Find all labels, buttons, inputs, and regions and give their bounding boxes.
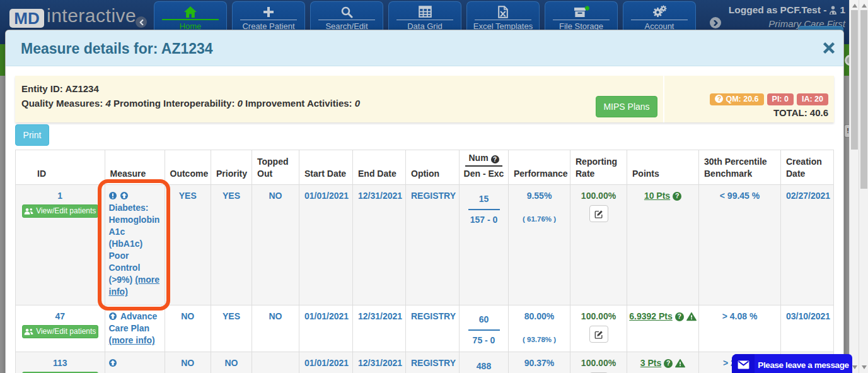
scrollbar-thumb[interactable] (860, 10, 867, 189)
edit-rate-button[interactable] (589, 326, 608, 343)
pi-label: Promoting Interoperability: (113, 98, 235, 109)
close-icon (822, 41, 836, 55)
scroll-down-icon[interactable] (862, 365, 867, 369)
more-info-link[interactable]: (more info) (109, 335, 155, 345)
header-num-den[interactable]: Num ? Den - Exc (460, 150, 509, 185)
modal-scrollbar[interactable] (849, 0, 859, 373)
cell-topped-out (252, 352, 299, 373)
points-link[interactable]: 6.9392 Pts (629, 311, 673, 323)
arrow-circle-up-icon[interactable] (120, 192, 128, 199)
entity-id: Entity ID: AZ1234 (21, 83, 657, 94)
print-button[interactable]: Print (15, 124, 49, 146)
brand-logo[interactable]: MD (9, 9, 44, 28)
close-button[interactable] (822, 41, 836, 55)
edit-rate-button[interactable] (589, 205, 608, 222)
modal-header: Measure details for: AZ1234 (6, 30, 843, 66)
ia-badge[interactable]: IA: 20 (797, 93, 828, 105)
expand-right-button[interactable] (710, 17, 721, 28)
measures-table: ID Measure Outcome Priority Topped Out S… (15, 150, 834, 373)
cell-num-den: 15 157 - 0 (460, 185, 509, 305)
header-performance[interactable]: Performance (509, 150, 570, 185)
scrollbar-thumb[interactable] (851, 10, 858, 150)
cell-points: 3 Pts ? (627, 352, 699, 373)
screen: MD interactive Home Create Patient (0, 0, 868, 373)
table-row: 47 View/Edit patients Advance Care Plan … (16, 305, 834, 352)
measure-details-modal: Measure details for: AZ1234 Entity ID: A… (5, 30, 844, 373)
chat-icon-block (732, 354, 755, 373)
fraction-bar (468, 209, 500, 210)
cell-end-date: 12/31/2021 (353, 352, 406, 373)
points-link[interactable]: 3 Pts (640, 357, 661, 369)
measure-link[interactable]: Diabetes: Hemoglobin A1c (HbA1c) Poor Co… (109, 203, 160, 285)
exclamation-circle-icon[interactable] (109, 192, 117, 199)
cell-id: 1 View/Edit patients (16, 185, 105, 305)
tab-underline (162, 19, 219, 20)
logged-as-text: Logged as PCF.Test - (729, 4, 827, 16)
cell-creation-date: 03/10/2021 (781, 305, 834, 352)
cell-topped-out: NO (252, 305, 299, 352)
denominator: 75 - 0 (468, 335, 500, 346)
header-option[interactable]: Option (406, 150, 460, 185)
cell-id: 47 View/Edit patients (16, 305, 105, 352)
points-link[interactable]: 10 Pts (644, 190, 670, 202)
warning-triangle-icon[interactable] (675, 358, 685, 368)
chevron-left-icon (139, 20, 144, 25)
question-circle-icon: ? (715, 95, 723, 103)
mips-plans-button[interactable]: MIPS Plans (596, 96, 657, 117)
header-id[interactable]: ID (16, 150, 105, 185)
cell-num-den: 488 (460, 352, 509, 373)
performance-value: 90.37% (524, 358, 554, 368)
scroll-up-icon[interactable] (852, 4, 857, 8)
cell-measure: Advance Care Plan (more info) (105, 305, 165, 352)
header-end-date[interactable]: End Date (353, 150, 406, 185)
scroll-up-icon[interactable] (862, 4, 867, 8)
rate-value: 100.00% (581, 191, 616, 201)
scroll-down-icon[interactable] (852, 365, 857, 369)
question-circle-icon[interactable]: ? (664, 359, 673, 368)
home-icon (154, 4, 226, 19)
background-exclaim-fragment: ! (844, 124, 849, 138)
chat-widget[interactable]: Please leave a message (732, 354, 852, 373)
cell-topped-out: NO (252, 185, 299, 305)
header-start-date[interactable]: Start Date (299, 150, 353, 185)
tab-underline (396, 20, 453, 20)
rate-value: 100.00% (581, 311, 616, 321)
modal-body: Entity ID: AZ1234 Quality Measures: 4 Pr… (6, 66, 843, 373)
users-icon (24, 328, 33, 336)
tab-underline (553, 20, 610, 20)
pi-value: 0 (238, 98, 243, 109)
modal-title: Measure details for: AZ1234 (21, 40, 213, 57)
view-edit-patients-button[interactable]: View/Edit patients (22, 325, 98, 338)
header-benchmark[interactable]: 30th Percentile Benchmark (699, 150, 781, 185)
header-measure[interactable]: Measure (105, 150, 165, 185)
chat-label: Please leave a message (755, 360, 852, 370)
header-creation-date[interactable]: Creation Date (781, 150, 834, 185)
cell-outcome: NO (165, 305, 211, 352)
summary-panel: Entity ID: AZ1234 Quality Measures: 4 Pr… (15, 76, 834, 122)
brand-name: interactive (47, 5, 136, 27)
question-circle-icon[interactable]: ? (675, 312, 684, 321)
pi-badge[interactable]: PI: 0 (767, 93, 794, 105)
window-scrollbar[interactable] (859, 0, 868, 373)
plus-icon (233, 4, 304, 19)
cell-start-date: 01/01/2021 (299, 185, 353, 305)
collapse-left-button[interactable] (136, 16, 147, 28)
qm-label: Quality Measures: (21, 98, 103, 109)
warning-triangle-icon[interactable] (686, 312, 697, 321)
header-priority[interactable]: Priority (211, 150, 252, 185)
storage-icon (545, 4, 617, 19)
question-circle-icon[interactable]: ? (673, 192, 681, 201)
performance-sub: ( 93.78% ) (514, 334, 565, 346)
header-reporting-rate[interactable]: Reporting Rate (570, 150, 627, 185)
numerator: 488 (477, 360, 491, 372)
score-badges: ?QM: 20.6 PI: 0 IA: 20 (710, 93, 828, 105)
arrow-circle-up-icon[interactable] (109, 359, 117, 367)
header-topped-out[interactable]: Topped Out (252, 150, 299, 185)
measure-id: 1 (21, 190, 100, 202)
header-outcome[interactable]: Outcome (165, 150, 211, 185)
cell-priority: YES (211, 185, 252, 305)
qm-badge[interactable]: ?QM: 20.6 (710, 93, 763, 105)
view-edit-patients-button[interactable]: View/Edit patients (22, 204, 98, 218)
arrow-circle-up-icon[interactable] (109, 312, 117, 320)
header-points[interactable]: Points (627, 150, 699, 185)
